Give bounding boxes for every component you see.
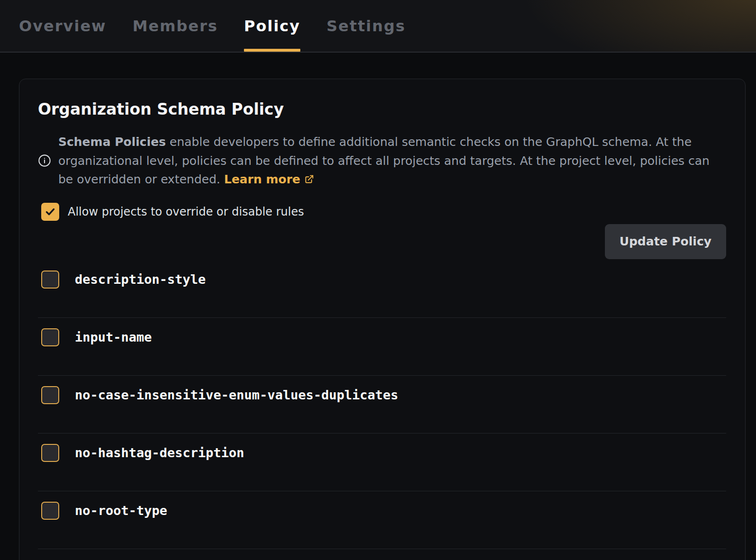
rule-row: input-name — [38, 318, 726, 376]
rule-checkbox[interactable] — [41, 328, 59, 346]
tab-members[interactable]: Members — [133, 0, 218, 52]
rule-checkbox[interactable] — [41, 386, 59, 404]
rule-row: no-hashtag-description — [38, 434, 726, 491]
rule-name: input-name — [75, 330, 152, 344]
allow-override-checkbox[interactable] — [41, 203, 59, 221]
update-policy-row: Update Policy — [38, 224, 726, 259]
update-policy-button[interactable]: Update Policy — [605, 224, 726, 259]
check-icon — [45, 206, 56, 217]
tab-policy[interactable]: Policy — [244, 0, 300, 52]
rule-row: no-case-insensitive-enum-values-duplicat… — [38, 376, 726, 434]
info-icon — [38, 154, 51, 167]
tab-bar: OverviewMembersPolicySettings — [0, 0, 756, 53]
rule-name: no-case-insensitive-enum-values-duplicat… — [75, 388, 398, 402]
tab-overview[interactable]: Overview — [19, 0, 107, 52]
rule-name: no-hashtag-description — [75, 445, 244, 460]
page-title: Organization Schema Policy — [38, 100, 726, 119]
rule-checkbox[interactable] — [41, 502, 59, 520]
rules-list: description-styleinput-nameno-case-insen… — [38, 260, 726, 549]
rule-name: description-style — [75, 272, 206, 287]
rule-row: no-root-type — [38, 491, 726, 549]
policy-description: Schema Policies enable developers to def… — [58, 133, 724, 189]
schema-policy-card: Organization Schema Policy Schema Polici… — [19, 79, 746, 560]
policy-description-lead: Schema Policies — [58, 135, 166, 149]
rule-row: description-style — [38, 260, 726, 318]
tab-settings[interactable]: Settings — [326, 0, 405, 52]
learn-more-link[interactable]: Learn more — [224, 172, 314, 186]
allow-override-row: Allow projects to override or disable ru… — [38, 203, 726, 221]
rule-checkbox[interactable] — [41, 271, 59, 289]
rule-checkbox[interactable] — [41, 444, 59, 462]
allow-override-label: Allow projects to override or disable ru… — [68, 205, 304, 218]
rule-name: no-root-type — [75, 503, 167, 518]
policy-description-row: Schema Policies enable developers to def… — [38, 133, 724, 189]
external-link-icon — [304, 174, 314, 184]
